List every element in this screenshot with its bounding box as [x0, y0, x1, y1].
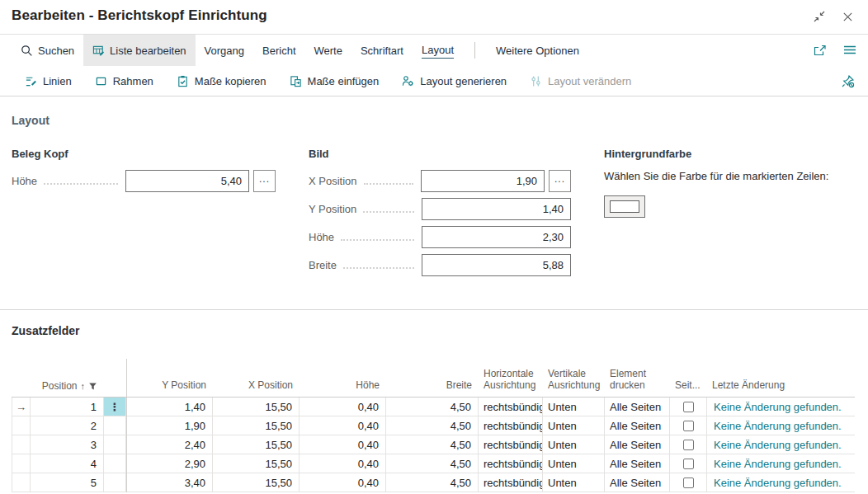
cell-position[interactable]: 3 — [31, 435, 104, 454]
row-options-button[interactable] — [104, 416, 126, 435]
cell-breite[interactable]: 4,50 — [386, 454, 479, 473]
header-seitenansicht[interactable]: Seit... — [670, 379, 707, 397]
cell-position[interactable]: 1 — [31, 398, 104, 416]
cell-hoehe[interactable]: 0,40 — [300, 435, 386, 454]
lines-pencil-icon — [25, 75, 37, 87]
assist-edit-button[interactable]: ... — [253, 170, 276, 192]
menu-item-schriftart[interactable]: Schriftart — [351, 35, 413, 66]
seitenansicht-checkbox[interactable] — [683, 478, 694, 488]
bild-hoehe-input[interactable] — [422, 226, 571, 248]
list-view-icon[interactable] — [843, 45, 856, 56]
header-y-position[interactable]: Y Position — [126, 379, 213, 397]
menu-item-vorgang[interactable]: Vorgang — [196, 35, 253, 66]
cell-element-drucken[interactable]: Alle Seiten — [605, 473, 670, 492]
layout-section: Layout Beleg Kopf Höhe ... Bild X Positi… — [12, 114, 855, 282]
header-breite[interactable]: Breite — [386, 379, 479, 397]
cell-breite[interactable]: 4,50 — [386, 398, 479, 416]
cell-hoehe[interactable]: 0,40 — [300, 473, 386, 492]
header-x-position[interactable]: X Position — [213, 379, 300, 397]
frame-icon — [95, 75, 107, 87]
cell-hoehe[interactable]: 0,40 — [300, 454, 386, 473]
cell-element-drucken[interactable]: Alle Seiten — [605, 454, 670, 473]
menu-item-weitere-optionen[interactable]: Weitere Optionen — [487, 35, 588, 66]
share-icon[interactable] — [813, 44, 827, 57]
header-hoehe[interactable]: Höhe — [300, 379, 386, 397]
table-row: 42,9015,500,404,50rechtsbündigUntenAlle … — [12, 454, 855, 473]
seitenansicht-checkbox[interactable] — [683, 459, 694, 469]
menu-item-werte[interactable]: Werte — [305, 35, 351, 66]
cell-position[interactable]: 4 — [31, 454, 104, 473]
cell-letzte-aenderung[interactable]: Keine Änderung gefunden. — [707, 435, 855, 454]
seitenansicht-checkbox[interactable] — [683, 440, 694, 450]
beleg-hoehe-input[interactable] — [125, 170, 249, 192]
cell-x-position[interactable]: 15,50 — [213, 416, 300, 435]
cell-horizontale-ausrichtung[interactable]: rechtsbündig — [479, 435, 543, 454]
cell-y-position[interactable]: 3,40 — [126, 473, 213, 492]
cell-vertikale-ausrichtung[interactable]: Unten — [543, 435, 605, 454]
cell-element-drucken[interactable]: Alle Seiten — [605, 398, 670, 416]
row-options-button[interactable] — [104, 454, 126, 473]
color-swatch-preview — [610, 200, 639, 213]
cell-hoehe[interactable]: 0,40 — [300, 398, 386, 416]
header-horizontale-ausrichtung[interactable]: Horizontale Ausrichtung — [479, 368, 543, 397]
toolbar-item-linien[interactable]: Linien — [25, 75, 72, 87]
toolbar-item-masse-kopieren[interactable]: Maße kopieren — [177, 75, 267, 87]
seitenansicht-checkbox[interactable] — [683, 402, 694, 412]
cell-vertikale-ausrichtung[interactable]: Unten — [543, 473, 605, 492]
header-position[interactable]: Position ↑ — [31, 380, 104, 397]
unpin-icon[interactable] — [841, 74, 855, 88]
row-options-button[interactable] — [104, 473, 126, 492]
header-letzte-aenderung[interactable]: Letzte Änderung — [707, 379, 855, 397]
header-element-drucken[interactable]: Element drucken — [605, 368, 670, 397]
cell-horizontale-ausrichtung[interactable]: rechtsbündig — [479, 416, 543, 435]
cell-position[interactable]: 2 — [31, 416, 104, 435]
cell-vertikale-ausrichtung[interactable]: Unten — [543, 398, 605, 416]
cell-vertikale-ausrichtung[interactable]: Unten — [543, 454, 605, 473]
field-label: Y Position — [309, 203, 356, 215]
assist-edit-button[interactable]: ... — [549, 170, 571, 192]
collapse-icon[interactable] — [812, 9, 827, 24]
header-vertikale-ausrichtung[interactable]: Vertikale Ausrichtung — [543, 368, 605, 397]
cell-y-position[interactable]: 1,40 — [126, 398, 213, 416]
cell-element-drucken[interactable]: Alle Seiten — [605, 416, 670, 435]
toolbar-item-rahmen[interactable]: Rahmen — [95, 75, 153, 87]
cell-position[interactable]: 5 — [31, 473, 104, 492]
row-options-button[interactable]: ⋮ — [104, 398, 126, 416]
cell-breite[interactable]: 4,50 — [386, 473, 479, 492]
cell-x-position[interactable]: 15,50 — [213, 473, 300, 492]
cell-x-position[interactable]: 15,50 — [213, 398, 300, 416]
cell-breite[interactable]: 4,50 — [386, 435, 479, 454]
color-picker-swatch[interactable] — [604, 195, 645, 218]
bild-x-position-input[interactable] — [421, 170, 545, 192]
bild-y-position-input[interactable] — [422, 198, 571, 220]
cell-horizontale-ausrichtung[interactable]: rechtsbündig — [479, 454, 543, 473]
cell-breite[interactable]: 4,50 — [386, 416, 479, 435]
cell-element-drucken[interactable]: Alle Seiten — [605, 435, 670, 454]
bild-breite-input[interactable] — [422, 254, 571, 276]
menu-item-suchen[interactable]: Suchen — [12, 35, 83, 66]
cell-horizontale-ausrichtung[interactable]: rechtsbündig — [479, 398, 543, 416]
menu-item-bericht[interactable]: Bericht — [253, 35, 304, 66]
toolbar-item-masse-einfuegen[interactable]: Maße einfügen — [290, 75, 380, 87]
menu-item-liste-bearbeiten[interactable]: Liste bearbeiten — [83, 35, 196, 66]
toolbar-item-layout-generieren[interactable]: Layout generieren — [402, 75, 507, 87]
cell-y-position[interactable]: 2,40 — [126, 435, 213, 454]
cell-vertikale-ausrichtung[interactable]: Unten — [543, 416, 605, 435]
cell-letzte-aenderung[interactable]: Keine Änderung gefunden. — [707, 473, 855, 492]
toolbar-item-layout-veraendern[interactable]: Layout verändern — [530, 75, 631, 87]
row-options-button[interactable] — [104, 435, 126, 454]
cell-horizontale-ausrichtung[interactable]: rechtsbündig — [479, 473, 543, 492]
cell-x-position[interactable]: 15,50 — [213, 454, 300, 473]
group-hintergrundfarbe: Hintergrundfarbe Wählen Sie die Farbe fü… — [604, 148, 855, 282]
cell-letzte-aenderung[interactable]: Keine Änderung gefunden. — [707, 454, 855, 473]
cell-hoehe[interactable]: 0,40 — [300, 416, 386, 435]
menu-item-layout[interactable]: Layout — [413, 35, 463, 66]
cell-letzte-aenderung[interactable]: Keine Änderung gefunden. — [707, 398, 855, 416]
seitenansicht-checkbox[interactable] — [683, 421, 694, 431]
cell-y-position[interactable]: 1,90 — [126, 416, 213, 435]
close-icon[interactable] — [840, 9, 855, 24]
cell-y-position[interactable]: 2,90 — [126, 454, 213, 473]
cell-x-position[interactable]: 15,50 — [213, 435, 300, 454]
cell-letzte-aenderung[interactable]: Keine Änderung gefunden. — [707, 416, 855, 435]
group-hintergrundfarbe-title: Hintergrundfarbe — [604, 148, 855, 160]
